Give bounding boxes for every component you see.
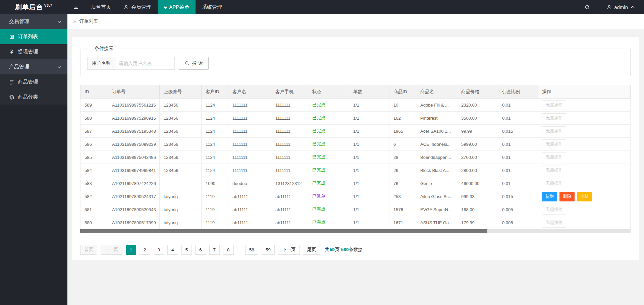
cell-price: 2800.00	[457, 164, 498, 177]
no-action-button[interactable]: 无需操作	[542, 100, 566, 110]
cell-parent-account: taiyang	[160, 216, 202, 229]
cell-count: 1/1	[349, 125, 389, 138]
table-row: 580A10211697890517399taiyang1119ab11111a…	[80, 216, 631, 229]
sidebar-item-goods-category[interactable]: 商品分类	[0, 89, 67, 105]
cell-product-name: Boendeappen...	[416, 151, 457, 164]
hamburger-button[interactable]	[67, 0, 85, 14]
cell-client-phone: ab11111	[271, 203, 308, 216]
cell-status: 已完成	[308, 112, 349, 125]
cell-id: 582	[80, 190, 108, 203]
pagination-pages-word: 页	[335, 247, 341, 252]
cell-client-id: 1124	[202, 151, 228, 164]
navbar-items: 后台首页会员管理¥APP菜单系统管理	[85, 0, 228, 14]
cell-count: 1/1	[349, 151, 389, 164]
status-badge: 已完成	[312, 141, 325, 146]
page-8[interactable]: 8	[223, 245, 234, 255]
cell-parent-account: taiyang	[160, 203, 202, 216]
cell-price: 2700.00	[457, 151, 498, 164]
cell-count: 1/1	[349, 177, 389, 190]
cell-product-id: 28	[389, 151, 416, 164]
no-action-button[interactable]: 无需操作	[542, 179, 566, 188]
cell-order-no: A11031698975195348	[108, 125, 160, 138]
cell-product-name: ASUS TUF Ga...	[416, 216, 457, 229]
page-next[interactable]: 下一页	[278, 245, 300, 255]
cell-client-name: duoduo	[228, 177, 271, 190]
cell-client-id: 1124	[202, 138, 228, 151]
no-action-button[interactable]: 无需操作	[542, 218, 566, 228]
cell-commission: 0.01	[498, 151, 538, 164]
page-6[interactable]: 6	[195, 245, 206, 255]
sidebar-item-product-management[interactable]: 产品管理	[0, 59, 67, 74]
cell-product-name: Pinterest	[416, 112, 457, 125]
username-input[interactable]	[115, 57, 175, 70]
nav-item-system[interactable]: 系统管理	[196, 0, 228, 14]
no-action-button[interactable]: 无需操作	[542, 166, 566, 175]
person-icon	[607, 5, 612, 10]
page-first[interactable]: 首页	[80, 245, 97, 255]
horizontal-scrollbar-thumb[interactable]	[80, 229, 487, 233]
search-panel: 条件搜索 用户名称 搜 索	[80, 46, 631, 76]
cell-price: 2320.00	[457, 99, 498, 112]
cell-client-name: 1111111	[228, 164, 271, 177]
sidebar-item-order-list[interactable]: 订单列表	[0, 29, 67, 44]
cell-actions: 无需操作	[538, 216, 631, 229]
top-navbar: 刷单后台 V3.7 后台首页会员管理¥APP菜单系统管理 admin	[0, 0, 644, 14]
sidebar-item-withdraw-management[interactable]: ¥提现管理	[0, 44, 67, 59]
no-action-button[interactable]: 无需操作	[542, 113, 566, 123]
nav-item-members[interactable]: 会员管理	[117, 0, 158, 14]
cell-client-id: 1124	[202, 164, 228, 177]
table-row: 585A110316989750434961234561124111111111…	[80, 151, 631, 164]
cell-actions: 新增删除冻结	[538, 190, 631, 203]
cell-commission: 0.005	[498, 216, 538, 229]
chevron-up-icon	[630, 5, 635, 10]
page-last[interactable]: 尾页	[303, 245, 320, 255]
page-2[interactable]: 2	[140, 245, 150, 255]
chevron-down-icon	[57, 64, 62, 70]
sidebar-item-label: 订单列表	[18, 34, 38, 40]
no-action-button[interactable]: 无需操作	[542, 126, 566, 136]
cell-parent-account: taiyang	[160, 190, 202, 203]
cell-order-no: A11031698975099239	[108, 138, 160, 151]
cell-product-name: Ailun Glass Sc...	[416, 190, 457, 203]
pagination-total-records: 589	[341, 247, 349, 252]
sidebar-item-label: 商品分类	[18, 94, 38, 100]
search-button[interactable]: 搜 索	[179, 57, 209, 70]
cell-count: 1/1	[349, 203, 389, 216]
freeze-button[interactable]: 冻结	[577, 192, 592, 201]
page-1[interactable]: 1	[126, 245, 137, 255]
column-header-client-name: 客户名	[228, 85, 271, 99]
page-7[interactable]: 7	[209, 245, 220, 255]
page-ellipsis: …	[237, 245, 242, 255]
cell-id: 587	[80, 125, 108, 138]
no-action-button[interactable]: 无需操作	[542, 205, 566, 215]
column-header-product-id: 商品ID	[389, 85, 416, 99]
nav-item-home[interactable]: 后台首页	[85, 0, 117, 14]
cell-count: 1/1	[349, 216, 389, 229]
refresh-button[interactable]	[577, 0, 598, 14]
page-prev[interactable]: 上一页	[101, 245, 122, 255]
page-4[interactable]: 4	[167, 245, 178, 255]
page-58[interactable]: 58	[245, 245, 258, 255]
cell-status: 已完成	[308, 203, 349, 216]
cell-actions: 无需操作	[538, 138, 631, 151]
cell-client-name: 1111111	[228, 112, 271, 125]
no-action-button[interactable]: 无需操作	[542, 139, 566, 149]
nav-item-app-menu[interactable]: ¥APP菜单	[158, 0, 196, 14]
user-menu[interactable]: admin	[598, 0, 644, 14]
page-3[interactable]: 3	[154, 245, 164, 255]
form-icon	[9, 34, 14, 40]
cell-count: 1/1	[349, 99, 389, 112]
no-action-button[interactable]: 无需操作	[542, 152, 566, 162]
add-button[interactable]: 新增	[542, 192, 557, 201]
search-icon	[184, 61, 190, 66]
nav-item-label: 后台首页	[91, 4, 111, 10]
page-59[interactable]: 59	[262, 245, 275, 255]
hamburger-icon	[73, 5, 78, 10]
sidebar-item-goods-management[interactable]: 商品管理	[0, 74, 67, 89]
page-5[interactable]: 5	[181, 245, 192, 255]
cell-client-id: 1090	[202, 177, 228, 190]
cell-product-id: 1671	[389, 216, 416, 229]
delete-button[interactable]: 删除	[559, 192, 575, 201]
sidebar-item-trade-management[interactable]: 交易管理	[0, 14, 67, 29]
cell-price: 999.33	[457, 190, 498, 203]
